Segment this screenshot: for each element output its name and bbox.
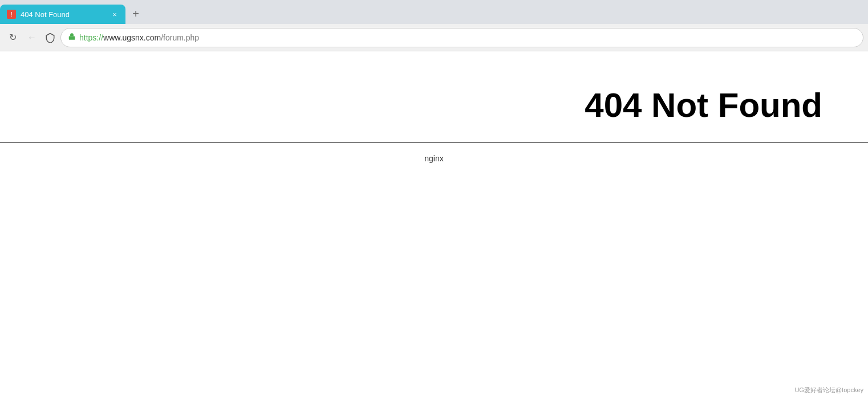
tab-title: 404 Not Found [21,10,105,19]
back-button[interactable]: ← [24,30,40,46]
lock-icon [68,32,76,42]
browser-chrome: ! 404 Not Found × + ↻ ← https://www.ugsn… [0,0,868,51]
tab-favicon: ! [7,10,16,19]
address-bar[interactable]: https://www.ugsnx.com/forum.php [60,28,863,47]
tab-close-button[interactable]: × [109,9,120,19]
new-tab-button[interactable]: + [128,6,144,22]
address-path: /forum.php [161,33,199,42]
address-domain: www.ugsnx.com [103,33,161,42]
address-https: https:// [79,33,103,42]
svg-rect-0 [69,36,75,39]
error-heading: 404 Not Found [0,51,868,142]
tab-bar: ! 404 Not Found × + [0,0,868,24]
watermark: UG爱好者论坛@topckey [794,386,863,394]
error-subtext: nginx [0,142,868,174]
page-content: 404 Not Found nginx UG爱好者论坛@topckey [0,51,868,399]
reload-button[interactable]: ↻ [5,30,21,46]
shield-icon [43,31,57,44]
active-tab[interactable]: ! 404 Not Found × [0,5,125,24]
browser-toolbar: ↻ ← https://www.ugsnx.com/forum.php [0,24,868,51]
address-text: https://www.ugsnx.com/forum.php [79,33,856,42]
